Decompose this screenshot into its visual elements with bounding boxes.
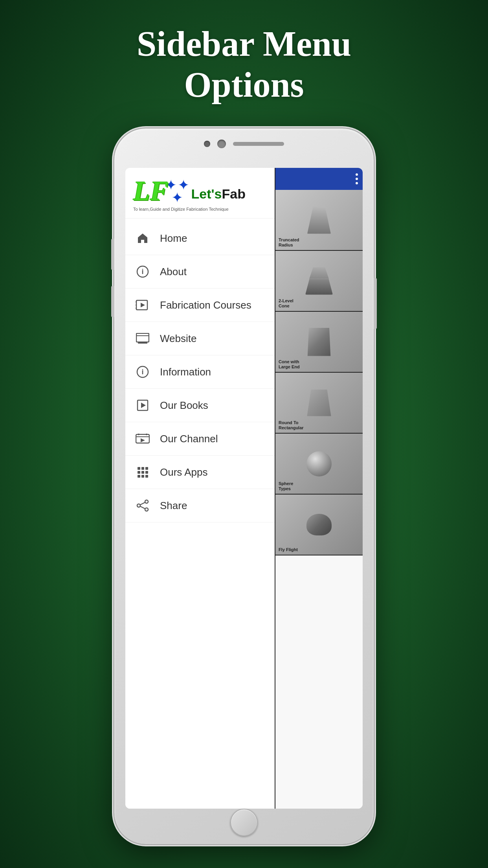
sidebar-item-about-label: About: [160, 266, 187, 278]
menu-items-list: Home i About: [125, 219, 275, 526]
channel-icon: [135, 431, 150, 447]
phone-screen: LF ✦ ✦ ✦ Let'sFab: [125, 168, 363, 809]
svg-rect-28: [145, 475, 148, 478]
card-label-1: TruncatedRadius: [277, 237, 361, 248]
card-round-rectangular[interactable]: Round ToRectangular: [275, 373, 363, 434]
home-icon: [135, 230, 150, 246]
card-label-2: 2-LevelCone: [277, 298, 361, 309]
dot-3: [356, 182, 358, 184]
sidebar-item-channel-label: Our Channel: [160, 433, 218, 445]
logo-stars: ✦ ✦ ✦: [165, 179, 189, 204]
dot-1: [356, 173, 358, 176]
dot-2: [356, 178, 358, 180]
svg-marker-19: [141, 438, 145, 442]
svg-rect-15: [136, 434, 149, 443]
svg-rect-25: [145, 471, 148, 474]
card-largeend-cone[interactable]: Cone withLarge End: [275, 312, 363, 373]
svg-rect-22: [145, 467, 148, 470]
sidebar-item-website-label: Website: [160, 333, 196, 345]
sidebar-item-apps-label: Ours Apps: [160, 466, 207, 478]
card-level-cone[interactable]: 2-LevelCone: [275, 251, 363, 312]
svg-rect-27: [141, 475, 144, 478]
card-label-6: Fly Flight: [277, 547, 361, 552]
sidebar-item-courses-label: Fabrication Courses: [160, 299, 251, 311]
star-icon-3: ✦: [171, 191, 183, 204]
svg-rect-23: [138, 471, 140, 474]
sidebar-item-ours-apps[interactable]: Ours Apps: [125, 456, 275, 489]
sidebar-item-website[interactable]: Website: [125, 322, 275, 355]
home-button[interactable]: [230, 809, 258, 836]
svg-point-30: [137, 504, 140, 507]
apps-icon: [135, 464, 150, 480]
logo-letters: LF: [133, 177, 168, 205]
sidebar-item-share[interactable]: Share: [125, 489, 275, 522]
info2-icon: i: [135, 364, 150, 380]
website-icon: [135, 331, 150, 346]
brand-tagline: To learn,Guide and Digitize Fabrication …: [133, 206, 267, 212]
svg-rect-26: [138, 475, 140, 478]
card-fly-flight[interactable]: Fly Flight: [275, 495, 363, 555]
phone-mockup: LF ✦ ✦ ✦ Let'sFab: [114, 129, 374, 844]
sidebar-item-home-label: Home: [160, 232, 187, 245]
brand-letsfab-dark: Fab: [222, 186, 245, 201]
sidebar-item-information-label: Information: [160, 366, 211, 378]
card-sphere-types[interactable]: SphereTypes: [275, 434, 363, 495]
svg-text:i: i: [141, 268, 143, 276]
info-icon: i: [135, 264, 150, 280]
content-header: [275, 168, 363, 190]
logo-area: LF ✦ ✦ ✦ Let'sFab: [125, 168, 275, 219]
svg-line-32: [140, 502, 145, 505]
sidebar-item-fabrication-courses[interactable]: Fabrication Courses: [125, 289, 275, 322]
speaker-bar: [233, 142, 284, 146]
sidebar-item-information[interactable]: i Information: [125, 355, 275, 389]
phone-shell: LF ✦ ✦ ✦ Let'sFab: [114, 129, 374, 844]
svg-line-33: [140, 506, 145, 509]
front-camera: [204, 141, 210, 147]
svg-text:i: i: [141, 368, 143, 376]
content-cards: TruncatedRadius 2-LevelCone: [275, 190, 363, 555]
svg-point-29: [145, 500, 148, 503]
share-icon: [135, 498, 150, 513]
brand-name: Let'sFab: [191, 186, 245, 202]
svg-rect-24: [141, 471, 144, 474]
brand-letsfab-colored: Let's: [191, 186, 222, 201]
svg-marker-14: [141, 403, 146, 408]
page-title: Sidebar Menu Options: [137, 24, 351, 105]
sidebar-item-our-books[interactable]: Our Books: [125, 389, 275, 422]
svg-point-31: [145, 508, 148, 511]
card-label-5: SphereTypes: [277, 481, 361, 491]
content-panel: TruncatedRadius 2-LevelCone: [275, 168, 363, 809]
sidebar-item-books-label: Our Books: [160, 399, 208, 412]
sidebar-menu: LF ✦ ✦ ✦ Let'sFab: [125, 168, 275, 809]
sidebar-item-share-label: Share: [160, 500, 187, 512]
svg-rect-21: [141, 467, 144, 470]
card-label-4: Round ToRectangular: [277, 420, 361, 430]
courses-icon: [135, 297, 150, 313]
more-options-button[interactable]: [356, 173, 358, 184]
phone-top-bar: [204, 140, 284, 148]
svg-rect-9: [138, 342, 147, 344]
sidebar-item-home[interactable]: Home: [125, 222, 275, 255]
camera-dot: [217, 140, 226, 148]
books-icon: [135, 397, 150, 413]
card-truncated-radius[interactable]: TruncatedRadius: [275, 190, 363, 251]
card-label-3: Cone withLarge End: [277, 359, 361, 370]
svg-rect-7: [136, 333, 149, 342]
svg-rect-20: [138, 467, 140, 470]
sidebar-item-our-channel[interactable]: Our Channel: [125, 422, 275, 456]
sidebar-item-about[interactable]: i About: [125, 255, 275, 289]
svg-marker-3: [141, 303, 145, 307]
